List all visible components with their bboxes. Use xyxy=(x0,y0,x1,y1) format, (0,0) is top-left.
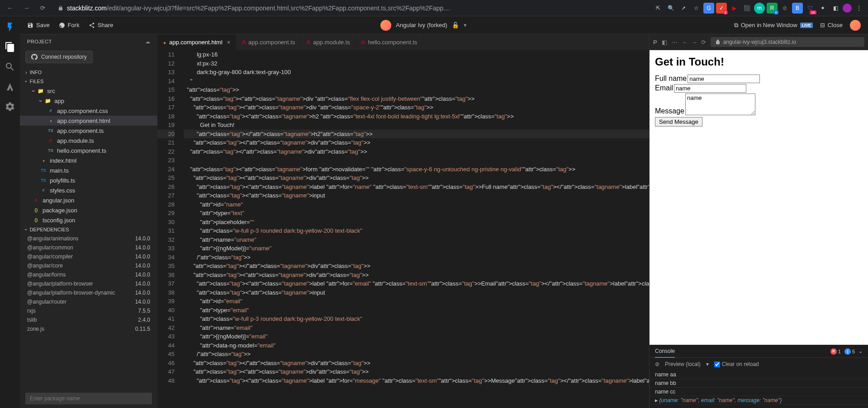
message-textarea[interactable] xyxy=(685,94,755,115)
preview-heading: Get in Touch! xyxy=(655,56,863,68)
file-package-json[interactable]: {}package.json xyxy=(20,205,157,215)
ext-shield-icon[interactable]: 🛡16 xyxy=(805,3,816,14)
file-styles-css[interactable]: #styles.css xyxy=(20,185,157,195)
file-main-ts[interactable]: TSmain.ts xyxy=(20,165,157,175)
dep-row[interactable]: rxjs7.5.5 xyxy=(20,306,157,315)
preview-local-label[interactable]: Preview (local) xyxy=(665,361,701,367)
cloud-icon[interactable]: ☁ xyxy=(145,39,151,45)
back-button[interactable]: ← xyxy=(4,2,16,14)
lock-icon[interactable]: 🔓 xyxy=(452,22,459,28)
dep-row[interactable]: @angular/core14.0.0 xyxy=(20,261,157,270)
info-count[interactable]: i5 xyxy=(844,348,855,355)
files-icon[interactable] xyxy=(5,42,15,52)
code-editor[interactable]: 1112131415161718192021222324252627282930… xyxy=(157,50,649,408)
preview-p-icon[interactable]: P xyxy=(653,39,657,46)
ext-green-icon[interactable]: R0 xyxy=(767,3,778,14)
ext-translate-icon[interactable]: G xyxy=(703,3,714,14)
dep-row[interactable]: @angular/compiler14.0.0 xyxy=(20,252,157,261)
ext-youtube-icon[interactable]: ▶ xyxy=(729,3,740,14)
user-avatar[interactable] xyxy=(850,20,861,31)
folder-app[interactable]: ›📁app xyxy=(20,96,157,106)
preview-url-bar[interactable]: angular-ivy-wjcuj3.stackblitz.io xyxy=(711,37,864,47)
tab-app-module-ts[interactable]: Aapp.module.ts xyxy=(301,34,356,50)
preview-reload-icon[interactable]: ⟳ xyxy=(701,39,706,46)
firebase-icon[interactable] xyxy=(5,81,15,92)
browser-bar: ← → ⟳ stackblitz.com/edit/angular-ivy-wj… xyxy=(0,0,868,16)
extensions-icon[interactable]: ✦ xyxy=(817,3,828,14)
dep-row[interactable]: zone.js0.11.5 xyxy=(20,324,157,333)
open-new-window-button[interactable]: ⧉ Open in New Window LIVE xyxy=(734,22,813,29)
file-app-module-ts[interactable]: Aapp.module.ts xyxy=(20,136,157,145)
fullname-label: Full name xyxy=(655,75,687,83)
zoom-icon[interactable]: 🔍 xyxy=(665,3,676,14)
dep-row[interactable]: @angular/common14.0.0 xyxy=(20,243,157,252)
filter-dropdown-icon[interactable]: ▾ xyxy=(706,361,709,367)
project-title: Angular Ivy (forked) xyxy=(396,22,447,28)
deps-section[interactable]: ›DEPENDENCIES xyxy=(20,225,157,234)
dep-row[interactable]: @angular/router14.0.0 xyxy=(20,297,157,306)
install-icon[interactable]: ⇱ xyxy=(653,3,664,14)
tab-app-component-ts[interactable]: Aapp.component.ts xyxy=(236,34,301,50)
clear-reload-checkbox[interactable]: Clear on reload xyxy=(714,361,759,367)
file-polyfills-ts[interactable]: TSpolyfills.ts xyxy=(20,175,157,185)
project-avatar xyxy=(380,20,391,31)
fork-button[interactable]: Fork xyxy=(59,22,80,28)
console-chevron-icon[interactable]: ⌄ xyxy=(859,348,863,354)
preview-more-icon[interactable]: ⋯ xyxy=(672,39,678,46)
close-tab-icon[interactable]: × xyxy=(227,39,231,46)
console-log-line: name cc xyxy=(650,388,868,396)
file-angular-json[interactable]: Aangular.json xyxy=(20,195,157,205)
file-hello-component-ts[interactable]: TShello.component.ts xyxy=(20,145,157,155)
email-input[interactable] xyxy=(674,84,746,93)
ext-b-icon[interactable]: B xyxy=(792,3,803,14)
preview-forward-icon[interactable]: → xyxy=(692,39,697,46)
send-button[interactable]: Send Message xyxy=(655,117,702,127)
tab-hello-component-ts[interactable]: Ahello.component.ts xyxy=(356,34,423,50)
fullname-input[interactable] xyxy=(688,75,760,83)
search-icon[interactable] xyxy=(5,61,15,72)
chevron-down-icon[interactable]: ▾ xyxy=(464,22,467,28)
profile-avatar[interactable] xyxy=(843,4,852,13)
sidebar: PROJECT ☁ Connect repository ›INFO ›FILE… xyxy=(20,34,157,408)
info-section[interactable]: ›INFO xyxy=(20,68,157,77)
dep-row[interactable]: @angular/animations14.0.0 xyxy=(20,234,157,243)
sidepanel-icon[interactable]: ◧ xyxy=(830,3,841,14)
dep-row[interactable]: @angular/platform-browser-dynamic14.0.0 xyxy=(20,288,157,297)
file-tsconfig-json[interactable]: {}tsconfig.json xyxy=(20,215,157,225)
preview-back-icon[interactable]: ← xyxy=(682,39,688,46)
share-icon[interactable]: ↗ xyxy=(678,3,689,14)
console-tab[interactable]: Console xyxy=(655,345,675,358)
bolt-icon[interactable] xyxy=(5,22,15,33)
connect-repo-button[interactable]: Connect repository xyxy=(25,51,93,63)
settings-icon[interactable] xyxy=(5,101,15,112)
forward-button[interactable]: → xyxy=(20,2,33,14)
clear-console-icon[interactable]: ⊘ xyxy=(655,361,659,367)
dep-row[interactable]: tslib2.4.0 xyxy=(20,315,157,324)
folder-src[interactable]: ›📁src xyxy=(20,86,157,96)
preview-layout-icon[interactable]: ◧ xyxy=(662,39,667,46)
package-input[interactable] xyxy=(25,393,152,404)
files-section[interactable]: ›FILES xyxy=(20,77,157,86)
menu-icon[interactable]: ⋮ xyxy=(854,3,864,14)
file-index-html[interactable]: ⬥index.html xyxy=(20,155,157,165)
reload-button[interactable]: ⟳ xyxy=(36,2,49,14)
file-app-component-html[interactable]: ⬥app.component.html xyxy=(20,116,157,126)
ext-todoist-icon[interactable]: ✓8 xyxy=(716,3,727,14)
star-icon[interactable]: ☆ xyxy=(691,3,702,14)
file-app-component-ts[interactable]: TSapp.component.ts xyxy=(20,126,157,136)
preview-panel: P ◧ ⋯ ← → ⟳ angular-ivy-wjcuj3.stackblit… xyxy=(649,34,868,408)
ext-colorful-icon[interactable]: ⬛ xyxy=(741,3,752,14)
file-app-component-css[interactable]: #app.component.css xyxy=(20,106,157,116)
tab-app-component-html[interactable]: ⬥app.component.html× xyxy=(157,34,236,50)
dep-row[interactable]: @angular/platform-browser14.0.0 xyxy=(20,279,157,288)
ext-m-icon[interactable]: m xyxy=(754,3,765,14)
url-bar[interactable]: stackblitz.com/edit/angular-ivy-wjcuj3?f… xyxy=(52,2,649,14)
console-panel: Console ✕1 i5 ⌄ ⊘ Preview (local) ▾ Clea… xyxy=(650,345,868,408)
close-button[interactable]: ⊟ Close xyxy=(820,22,843,28)
error-count[interactable]: ✕1 xyxy=(830,348,841,355)
dep-row[interactable]: @angular/forms14.0.0 xyxy=(20,270,157,279)
save-button[interactable]: Save xyxy=(27,22,50,28)
console-log-object[interactable]: ▸ {uname: "name", email: "name", message… xyxy=(650,396,868,405)
ext-circle-icon[interactable]: ⊘ xyxy=(779,3,790,14)
share-button[interactable]: Share xyxy=(89,22,114,28)
